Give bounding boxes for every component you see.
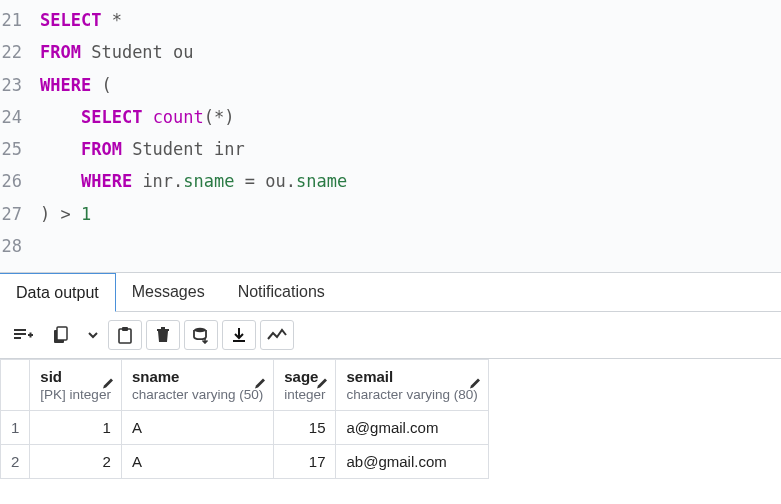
result-grid[interactable]: sid[PK] integersnamecharacter varying (5… xyxy=(0,359,489,479)
code-content[interactable]: FROM Student inr xyxy=(40,133,245,165)
cell-sage[interactable]: 15 xyxy=(274,411,336,445)
tab-messages[interactable]: Messages xyxy=(116,273,222,311)
svg-rect-4 xyxy=(157,329,169,331)
line-number: 28 xyxy=(0,230,40,262)
column-type: character varying (50) xyxy=(132,387,263,402)
code-content[interactable]: SELECT count(*) xyxy=(40,101,235,133)
sql-editor[interactable]: 21SELECT *22FROM Student ou23WHERE (24 S… xyxy=(0,0,781,272)
code-content[interactable]: WHERE inr.sname = ou.sname xyxy=(40,165,347,197)
svg-point-6 xyxy=(194,328,206,332)
code-content[interactable]: FROM Student ou xyxy=(40,36,194,68)
column-type: character varying (80) xyxy=(346,387,477,402)
pencil-icon[interactable] xyxy=(468,377,482,394)
line-number: 22 xyxy=(0,36,40,68)
result-grid-wrap: sid[PK] integersnamecharacter varying (5… xyxy=(0,359,781,479)
delete-icon[interactable] xyxy=(146,320,180,350)
cell-semail[interactable]: a@gmail.com xyxy=(336,411,488,445)
chart-icon[interactable] xyxy=(260,320,294,350)
table-row[interactable]: 11A15a@gmail.com xyxy=(1,411,489,445)
pencil-icon[interactable] xyxy=(253,377,267,394)
editor-line[interactable]: 27) > 1 xyxy=(0,198,781,230)
add-row-icon[interactable] xyxy=(6,320,40,350)
svg-rect-2 xyxy=(119,329,131,343)
copy-icon[interactable] xyxy=(44,320,78,350)
save-db-icon[interactable] xyxy=(184,320,218,350)
result-tabs: Data outputMessagesNotifications xyxy=(0,272,781,312)
code-content[interactable]: ) > 1 xyxy=(40,198,91,230)
pencil-icon[interactable] xyxy=(101,377,115,394)
tab-notifications[interactable]: Notifications xyxy=(222,273,342,311)
line-number: 25 xyxy=(0,133,40,165)
svg-rect-3 xyxy=(122,327,128,331)
editor-line[interactable]: 23WHERE ( xyxy=(0,69,781,101)
download-icon[interactable] xyxy=(222,320,256,350)
cell-sid[interactable]: 1 xyxy=(30,411,122,445)
cell-sname[interactable]: A xyxy=(121,445,273,479)
table-row[interactable]: 22A17ab@gmail.com xyxy=(1,445,489,479)
tab-data-output[interactable]: Data output xyxy=(0,273,116,312)
chevron-down-icon[interactable] xyxy=(82,320,104,350)
row-number: 2 xyxy=(1,445,30,479)
column-name: semail xyxy=(346,368,477,385)
cell-sname[interactable]: A xyxy=(121,411,273,445)
row-number: 1 xyxy=(1,411,30,445)
editor-line[interactable]: 21SELECT * xyxy=(0,4,781,36)
column-header-sage[interactable]: sageinteger xyxy=(274,360,336,411)
editor-line[interactable]: 22FROM Student ou xyxy=(0,36,781,68)
column-header-sname[interactable]: snamecharacter varying (50) xyxy=(121,360,273,411)
line-number: 24 xyxy=(0,101,40,133)
line-number: 21 xyxy=(0,4,40,36)
pencil-icon[interactable] xyxy=(315,377,329,394)
svg-rect-5 xyxy=(161,327,165,329)
column-header-sid[interactable]: sid[PK] integer xyxy=(30,360,122,411)
column-name: sname xyxy=(132,368,263,385)
editor-line[interactable]: 26 WHERE inr.sname = ou.sname xyxy=(0,165,781,197)
code-content[interactable]: WHERE ( xyxy=(40,69,112,101)
cell-semail[interactable]: ab@gmail.com xyxy=(336,445,488,479)
row-number-header xyxy=(1,360,30,411)
column-header-semail[interactable]: semailcharacter varying (80) xyxy=(336,360,488,411)
result-toolbar xyxy=(0,312,781,359)
cell-sid[interactable]: 2 xyxy=(30,445,122,479)
line-number: 27 xyxy=(0,198,40,230)
editor-line[interactable]: 28 xyxy=(0,230,781,262)
editor-line[interactable]: 24 SELECT count(*) xyxy=(0,101,781,133)
svg-rect-1 xyxy=(57,327,67,340)
line-number: 23 xyxy=(0,69,40,101)
line-number: 26 xyxy=(0,165,40,197)
code-content[interactable]: SELECT * xyxy=(40,4,122,36)
editor-line[interactable]: 25 FROM Student inr xyxy=(0,133,781,165)
cell-sage[interactable]: 17 xyxy=(274,445,336,479)
paste-icon[interactable] xyxy=(108,320,142,350)
